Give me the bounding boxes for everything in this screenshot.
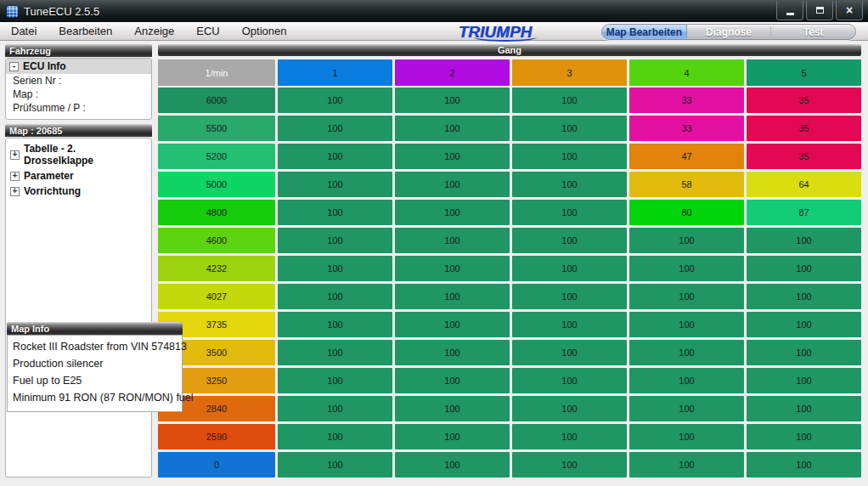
value-cell[interactable]: 100 [278,200,392,225]
value-cell[interactable]: 100 [747,312,861,337]
menu-bearbeiten[interactable]: Bearbeiten [48,22,123,41]
value-cell[interactable]: 100 [512,228,627,253]
value-cell[interactable]: 100 [395,144,510,169]
value-cell[interactable]: 100 [512,144,627,169]
value-cell[interactable]: 100 [629,228,744,253]
collapse-icon[interactable]: - [9,62,19,71]
value-cell[interactable]: 80 [629,200,744,225]
value-cell[interactable]: 100 [278,88,392,113]
value-cell[interactable]: 100 [278,172,392,197]
value-cell[interactable]: 100 [747,452,861,478]
expand-icon[interactable]: + [10,187,20,196]
value-cell[interactable]: 100 [747,340,861,365]
value-cell[interactable]: 100 [395,116,510,141]
row-header-rpm-4800[interactable]: 4800 [158,200,275,225]
value-cell[interactable]: 100 [512,424,627,449]
row-header-rpm-0[interactable]: 0 [158,452,275,478]
value-cell[interactable]: 100 [395,256,510,281]
value-cell[interactable]: 100 [395,172,510,197]
value-cell[interactable]: 100 [278,256,392,281]
value-cell[interactable]: 35 [747,88,861,113]
value-cell[interactable]: 100 [395,200,510,225]
value-cell[interactable]: 100 [512,284,627,309]
value-cell[interactable]: 100 [629,312,744,337]
nav-button-diagnose[interactable]: Diagnose [687,25,771,39]
tree-item-prüfsumme-p[interactable]: Prüfsumme / P : [6,101,151,115]
value-cell[interactable]: 100 [747,228,861,253]
value-cell[interactable]: 100 [747,284,861,309]
close-button[interactable]: × [836,1,863,20]
value-cell[interactable]: 100 [278,340,392,365]
tree-item-map[interactable]: Map : [6,88,151,101]
value-cell[interactable]: 100 [395,452,510,478]
menu-anzeige[interactable]: Anzeige [123,22,185,41]
row-header-rpm-5000[interactable]: 5000 [158,172,275,197]
column-header-gear-4[interactable]: 4 [629,59,744,86]
column-header-gear-2[interactable]: 2 [395,59,510,86]
value-cell[interactable]: 47 [629,144,744,169]
row-header-rpm-5500[interactable]: 5500 [158,116,275,141]
value-cell[interactable]: 100 [747,424,861,449]
value-cell[interactable]: 100 [512,368,627,393]
value-cell[interactable]: 100 [512,172,627,197]
value-cell[interactable]: 100 [747,256,861,281]
menu-ecu[interactable]: ECU [185,22,230,41]
value-cell[interactable]: 33 [629,116,744,141]
value-cell[interactable]: 100 [278,228,392,253]
tree-item-ecu-info[interactable]: - ECU Info [6,59,151,74]
value-cell[interactable]: 100 [278,424,392,449]
value-cell[interactable]: 100 [512,256,627,281]
value-cell[interactable]: 100 [512,312,627,337]
nav-button-test[interactable]: Test [771,25,855,39]
value-cell[interactable]: 100 [278,312,392,337]
value-cell[interactable]: 100 [278,396,392,421]
value-cell[interactable]: 100 [629,396,744,421]
tree-item-serien-nr[interactable]: Serien Nr : [6,74,151,88]
row-header-rpm-5200[interactable]: 5200 [158,144,275,169]
value-cell[interactable]: 100 [278,144,392,169]
value-cell[interactable]: 35 [747,144,861,169]
value-cell[interactable]: 100 [512,396,627,421]
value-cell[interactable]: 100 [512,116,627,141]
menu-optionen[interactable]: Optionen [231,22,298,41]
value-cell[interactable]: 100 [747,396,861,421]
value-cell[interactable]: 100 [395,228,510,253]
value-cell[interactable]: 100 [629,256,744,281]
value-cell[interactable]: 87 [747,200,861,225]
value-cell[interactable]: 58 [629,172,744,197]
value-cell[interactable]: 100 [629,452,744,478]
value-cell[interactable]: 100 [629,340,744,365]
value-cell[interactable]: 100 [512,200,627,225]
tree-item-tabelle-2-drosselklappe[interactable]: +Tabelle - 2. Drosselklappe [8,141,149,168]
value-cell[interactable]: 100 [512,340,627,365]
value-cell[interactable]: 100 [629,284,744,309]
maximize-button[interactable] [806,1,833,20]
value-cell[interactable]: 33 [629,88,744,113]
column-header-gear-1[interactable]: 1 [278,59,392,86]
value-cell[interactable]: 100 [278,284,392,309]
value-cell[interactable]: 100 [629,424,744,449]
value-cell[interactable]: 100 [395,368,510,393]
value-cell[interactable]: 100 [747,368,861,393]
expand-icon[interactable]: + [10,150,20,160]
expand-icon[interactable]: + [10,172,20,181]
value-cell[interactable]: 100 [278,368,392,393]
value-cell[interactable]: 100 [395,396,510,421]
value-cell[interactable]: 100 [395,312,510,337]
value-cell[interactable]: 100 [629,368,744,393]
row-header-rpm-4600[interactable]: 4600 [158,228,275,253]
row-header-rpm-2590[interactable]: 2590 [158,424,275,449]
value-cell[interactable]: 100 [395,88,510,113]
value-cell[interactable]: 100 [395,424,510,449]
value-cell[interactable]: 35 [747,116,861,141]
value-cell[interactable]: 100 [278,452,392,478]
tree-item-parameter[interactable]: +Parameter [8,168,149,184]
value-cell[interactable]: 100 [512,452,627,478]
value-cell[interactable]: 100 [512,88,627,113]
row-header-rpm-4232[interactable]: 4232 [158,256,275,281]
row-header-rpm-4027[interactable]: 4027 [158,284,275,309]
value-cell[interactable]: 64 [747,172,861,197]
nav-button-map-bearbeiten[interactable]: Map Bearbeiten [602,25,687,39]
menu-datei[interactable]: Datei [0,22,48,41]
row-header-rpm-6000[interactable]: 6000 [158,88,275,113]
